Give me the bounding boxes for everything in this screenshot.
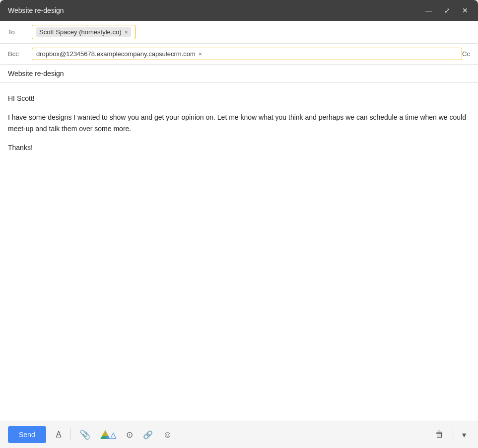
recipient-chip: Scott Spacey (homestyle.co) × — [36, 27, 131, 37]
drive-button[interactable]: △ — [96, 428, 120, 442]
bcc-email: dropbox@12345678.examplecompany.capsulec… — [36, 50, 196, 58]
remove-bcc-button[interactable]: × — [199, 51, 203, 57]
expand-button[interactable]: ⤢ — [442, 5, 452, 16]
compose-window: Website re-design ⤢ ✕ To Scott Spacey (h… — [0, 0, 478, 448]
minimize-icon — [425, 6, 432, 14]
bcc-label: Bcc — [8, 50, 28, 58]
toolbar-divider-2 — [453, 429, 453, 441]
window-title: Website re-design — [8, 6, 64, 14]
toolbar-right: 🗑 ▾ — [431, 428, 470, 442]
to-label: To — [8, 28, 28, 36]
email-body[interactable]: HI Scott! I have some designs I wanted t… — [0, 83, 478, 421]
paperclip-icon: 📎 — [79, 429, 90, 440]
more-options-button[interactable]: ▾ — [458, 428, 470, 442]
body-greeting: HI Scott! — [8, 93, 470, 104]
title-bar-actions: ⤢ ✕ — [423, 5, 470, 16]
body-closing: Thanks! — [8, 142, 470, 153]
link-icon: 🔗 — [143, 430, 153, 440]
bcc-row: Bcc dropbox@12345678.examplecompany.caps… — [0, 44, 478, 65]
subject-text: Website re-design — [8, 70, 64, 77]
link-button[interactable]: 🔗 — [139, 428, 157, 442]
attach-button[interactable]: 📎 — [75, 427, 94, 442]
close-icon: ✕ — [462, 6, 468, 14]
trash-icon: 🗑 — [435, 430, 444, 440]
photo-button[interactable]: ⊙ — [122, 428, 137, 442]
bcc-email-chip: dropbox@12345678.examplecompany.capsulec… — [36, 50, 202, 58]
cc-label[interactable]: Cc — [462, 50, 470, 58]
compose-toolbar: Send A 📎 △ ⊙ — [0, 421, 478, 448]
toolbar-divider-1 — [70, 429, 70, 441]
trash-button[interactable]: 🗑 — [431, 428, 448, 442]
close-button[interactable]: ✕ — [460, 5, 470, 16]
title-bar: Website re-design ⤢ ✕ — [0, 0, 478, 21]
bcc-input-wrapper[interactable]: dropbox@12345678.examplecompany.capsulec… — [32, 48, 462, 60]
to-field-content: Scott Spacey (homestyle.co) × — [32, 25, 470, 39]
camera-icon: ⊙ — [126, 430, 133, 440]
emoji-icon: ☺ — [163, 430, 172, 440]
drive-icon — [100, 430, 110, 439]
to-input-wrapper[interactable]: Scott Spacey (homestyle.co) × — [32, 25, 136, 39]
drive-icon-symbol: △ — [110, 430, 116, 440]
to-row: To Scott Spacey (homestyle.co) × — [0, 21, 478, 44]
expand-icon: ⤢ — [444, 6, 450, 14]
send-button[interactable]: Send — [8, 426, 46, 443]
more-icon: ▾ — [462, 430, 466, 440]
recipient-name: Scott Spacey (homestyle.co) — [39, 28, 121, 36]
subject-row: Website re-design — [0, 65, 478, 83]
remove-recipient-button[interactable]: × — [124, 29, 128, 35]
minimize-button[interactable] — [423, 5, 434, 16]
bcc-field-content: dropbox@12345678.examplecompany.capsulec… — [32, 48, 462, 60]
body-main: I have some designs I wanted to show you… — [8, 112, 470, 134]
formatting-button[interactable]: A — [52, 428, 66, 441]
emoji-button[interactable]: ☺ — [159, 428, 176, 442]
formatting-icon: A — [56, 430, 62, 439]
